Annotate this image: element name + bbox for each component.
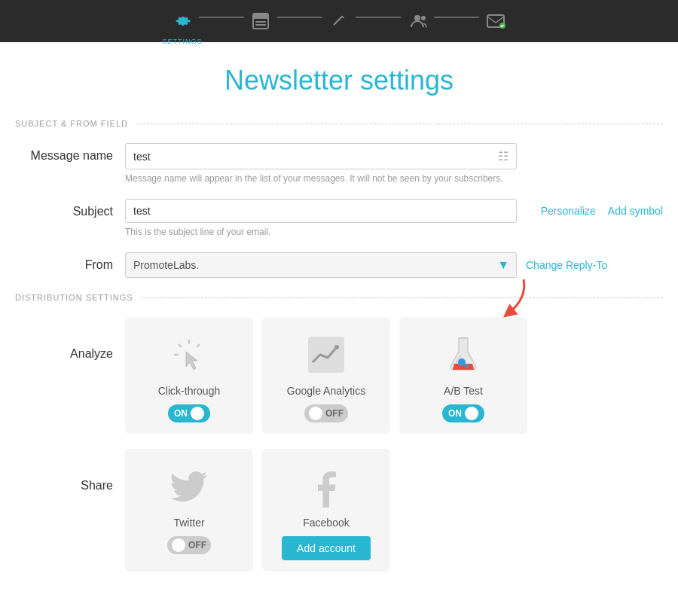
subject-section-line: [136, 124, 663, 124]
step-settings-label: Settings: [163, 38, 203, 45]
facebook-icon: [305, 464, 347, 509]
step-edit[interactable]: [325, 8, 353, 35]
message-name-field-wrap: ☷ Message name will appear in the list o…: [125, 143, 663, 184]
message-name-input-box: ☷: [125, 143, 517, 169]
share-row: Share Twitter OFF: [15, 449, 663, 572]
toggle-on-label: ON: [174, 408, 188, 419]
analytics-icon: [305, 332, 347, 377]
subject-input-box: [125, 199, 517, 223]
svg-rect-1: [253, 14, 268, 19]
step-line-4: [434, 17, 479, 18]
from-field-wrap: PromoteLabs. ▼ Change Reply-To: [125, 252, 663, 278]
recipients-icon: [404, 8, 431, 35]
clickthrough-toggle-wrap[interactable]: ON: [168, 404, 210, 422]
facebook-add-account-wrap[interactable]: Add account: [282, 536, 371, 560]
step-line-3: [356, 17, 401, 18]
analytics-toggle-wrap[interactable]: OFF: [304, 404, 348, 422]
distribution-section-line: [141, 297, 663, 298]
abtest-toggle[interactable]: ON: [442, 404, 484, 422]
send-icon: [482, 8, 509, 35]
step-recipients[interactable]: [404, 8, 431, 35]
add-account-button[interactable]: Add account: [282, 536, 371, 560]
subject-field-wrap: This is the subject line of your email. …: [125, 199, 663, 237]
distribution-section-label: DISTRIBUTION SETTINGS: [15, 293, 133, 302]
step-line-2: [277, 17, 322, 18]
abtest-icon: [442, 332, 484, 377]
step-settings[interactable]: Settings: [169, 8, 196, 35]
subject-input[interactable]: [133, 205, 508, 217]
toggle-off-label: OFF: [188, 540, 206, 550]
svg-rect-12: [308, 337, 344, 373]
from-label: From: [15, 252, 113, 272]
twitter-icon: [168, 464, 210, 509]
subject-actions: Personalize Add symbol: [541, 199, 663, 217]
svg-line-9: [179, 344, 182, 347]
message-name-row: Message name ☷ Message name will appear …: [15, 143, 663, 184]
share-label: Share: [15, 449, 113, 492]
svg-point-16: [464, 364, 469, 368]
toggle-dot: [309, 407, 322, 420]
svg-point-4: [414, 15, 420, 21]
svg-rect-3: [255, 24, 266, 26]
clickthrough-icon: [168, 332, 210, 377]
subject-hint: This is the subject line of your email.: [125, 227, 532, 237]
ab-test-card: A/B Test ON: [399, 317, 527, 434]
analyze-label: Analyze: [15, 317, 113, 361]
toggle-on-label: ON: [448, 408, 462, 419]
message-name-input[interactable]: [133, 151, 498, 163]
svg-point-5: [421, 16, 426, 20]
svg-line-11: [197, 344, 200, 347]
step-template[interactable]: [247, 8, 274, 35]
toggle-dot: [191, 407, 204, 420]
clickthrough-toggle[interactable]: ON: [168, 404, 210, 422]
personalize-link[interactable]: Personalize: [541, 205, 596, 217]
add-symbol-link[interactable]: Add symbol: [608, 205, 663, 217]
toggle-dot: [465, 407, 478, 420]
page-title: Newsletter settings: [15, 65, 663, 96]
template-icon: [247, 8, 274, 35]
clickthrough-label: Click-through: [158, 385, 220, 397]
distribution-section: DISTRIBUTION SETTINGS Analyze: [15, 293, 663, 572]
google-analytics-card: Google Analytics OFF: [262, 317, 390, 434]
edit-icon: [325, 8, 353, 35]
step-send[interactable]: [482, 8, 509, 35]
analytics-toggle[interactable]: OFF: [304, 404, 348, 422]
toggle-dot: [172, 538, 185, 552]
abtest-label: A/B Test: [444, 385, 483, 397]
topbar: Settings: [0, 0, 678, 42]
wizard-steps: Settings: [169, 8, 509, 35]
step-line-1: [199, 17, 244, 18]
message-name-hint: Message name will appear in the list of …: [125, 173, 663, 184]
change-reply-to-link[interactable]: Change Reply-To: [526, 259, 607, 271]
share-cards: Twitter OFF Facebook: [125, 449, 390, 572]
analyze-row: Analyze: [15, 317, 663, 434]
from-select-wrap: PromoteLabs. ▼: [125, 252, 517, 278]
toggle-off-label: OFF: [325, 408, 344, 419]
clickthrough-card: Click-through ON: [125, 317, 253, 434]
twitter-toggle[interactable]: OFF: [167, 536, 211, 554]
subject-section-label: SUBJECT & FROM FIELD: [15, 119, 128, 128]
twitter-label: Twitter: [173, 517, 204, 529]
from-row: From PromoteLabs. ▼ Change Reply-To: [15, 252, 663, 278]
settings-icon: [169, 8, 196, 35]
analytics-label: Google Analytics: [287, 385, 365, 397]
page-content: Newsletter settings SUBJECT & FROM FIELD…: [0, 42, 678, 616]
message-name-label: Message name: [15, 143, 113, 163]
facebook-label: Facebook: [303, 517, 349, 529]
red-arrow: [486, 276, 531, 323]
svg-point-13: [334, 345, 339, 349]
facebook-card: Facebook Add account: [262, 449, 390, 572]
subject-label: Subject: [15, 199, 113, 218]
from-select[interactable]: PromoteLabs.: [125, 252, 517, 278]
svg-rect-2: [255, 21, 266, 23]
card-icon: ☷: [498, 149, 508, 163]
analyze-cards: Click-through ON: [125, 317, 527, 434]
subject-section-header: SUBJECT & FROM FIELD: [15, 119, 663, 128]
twitter-toggle-wrap[interactable]: OFF: [167, 536, 211, 554]
abtest-toggle-wrap[interactable]: ON: [442, 404, 484, 422]
twitter-card: Twitter OFF: [125, 449, 253, 572]
subject-row: Subject This is the subject line of your…: [15, 199, 663, 237]
distribution-section-header: DISTRIBUTION SETTINGS: [15, 293, 663, 302]
